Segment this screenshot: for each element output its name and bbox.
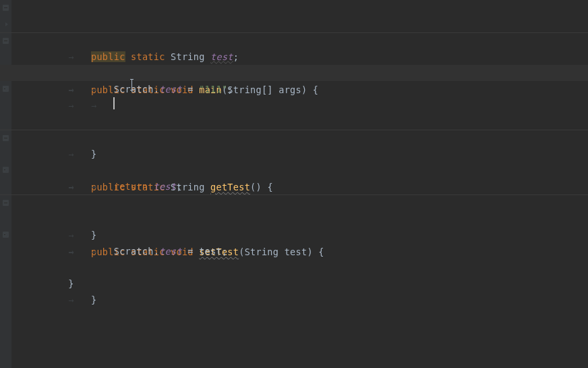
- fold-marker[interactable]: [3, 5, 9, 11]
- code-editor[interactable]: → public static String test; → public st…: [0, 0, 588, 368]
- code-line[interactable]: → → return test;: [0, 146, 588, 162]
- fold-handle-icon[interactable]: [5, 233, 8, 237]
- code-line[interactable]: [0, 178, 588, 194]
- code-line[interactable]: → }: [0, 81, 588, 97]
- fold-handle-icon[interactable]: [5, 22, 8, 26]
- fold-marker[interactable]: [3, 200, 9, 206]
- code-line[interactable]: → public static void main(String[] args)…: [0, 32, 588, 49]
- fold-handle-icon[interactable]: [5, 87, 8, 91]
- code-line[interactable]: → }: [0, 227, 588, 243]
- code-line[interactable]: → → Scratch.test = "111";: [0, 49, 588, 65]
- code-line[interactable]: }: [0, 243, 588, 259]
- code-line[interactable]: → public static String getTest() {: [0, 130, 588, 146]
- fold-handle-icon[interactable]: [5, 168, 8, 172]
- close-brace: }: [91, 294, 96, 305]
- code-line[interactable]: → }: [0, 162, 588, 178]
- code-line[interactable]: → → Scratch.test = test;: [0, 211, 588, 227]
- code-line[interactable]: [0, 113, 588, 130]
- code-line[interactable]: → public static void setTest(String test…: [0, 194, 588, 211]
- code-line-current[interactable]: → →: [0, 65, 588, 81]
- code-line[interactable]: [0, 97, 588, 113]
- fold-marker[interactable]: [3, 135, 9, 141]
- close-brace: }: [68, 278, 74, 289]
- fold-marker[interactable]: [3, 38, 9, 44]
- code-line[interactable]: [0, 16, 588, 32]
- code-line[interactable]: → public static String test;: [0, 0, 588, 16]
